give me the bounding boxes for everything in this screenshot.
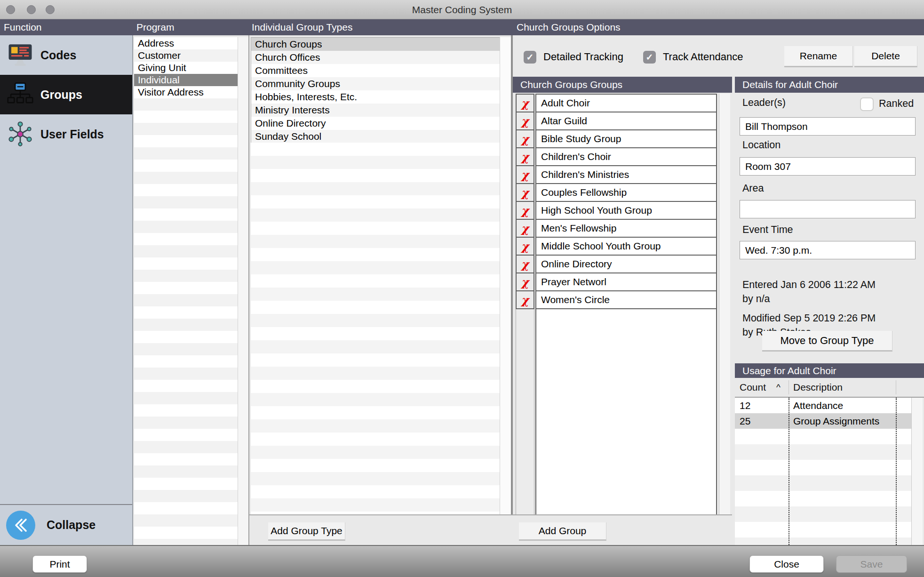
area-input[interactable] xyxy=(740,200,916,218)
program-row[interactable]: Giving Unit xyxy=(134,62,238,74)
group-type-row[interactable]: Church Offices xyxy=(251,51,500,64)
usage-row[interactable]: 25Group Assignments xyxy=(735,413,911,429)
group-name-cell[interactable]: Children's Ministries xyxy=(535,165,717,184)
ranked-label: Ranked xyxy=(879,98,914,110)
checkmark-icon: ✓ xyxy=(646,53,653,62)
group-name-cell[interactable]: Altar Guild xyxy=(535,112,717,130)
collapse-left-icon xyxy=(6,511,35,540)
program-list-empty-rows xyxy=(134,98,238,545)
program-column-header: Program xyxy=(136,19,175,35)
sidebar-item-groups[interactable]: Groups xyxy=(0,75,132,114)
add-group-type-button[interactable]: Add Group Type xyxy=(268,522,345,541)
usage-row[interactable]: 12Attendance xyxy=(735,398,911,413)
group-type-row[interactable]: Ministry Interests xyxy=(251,104,500,117)
description-column-header[interactable]: Description xyxy=(793,378,843,397)
sidebar-item-label: Codes xyxy=(40,48,76,62)
group-row: χOnline Directory xyxy=(516,255,717,273)
program-row[interactable]: Address xyxy=(134,37,238,49)
options-column-header: Church Groups Options xyxy=(517,19,621,35)
count-column-header[interactable]: Count xyxy=(740,378,766,397)
group-type-row[interactable]: Community Groups xyxy=(251,77,500,90)
save-button[interactable]: Save xyxy=(836,555,907,573)
group-type-row[interactable]: Sunday School xyxy=(251,130,500,143)
usage-dotted-divider xyxy=(789,398,789,545)
group-types-column-header: Individual Group Types xyxy=(252,19,352,35)
user-fields-icon xyxy=(7,120,34,148)
window-title: Master Coding System xyxy=(0,0,924,19)
usage-count: 12 xyxy=(740,398,750,413)
group-type-row[interactable]: Church Groups xyxy=(251,38,500,51)
usage-panel-title: Usage for Adult Choir xyxy=(735,363,924,378)
usage-description: Group Assignments xyxy=(793,413,879,429)
options-checkbox-row: ✓Detailed Tracking✓Track Attendance xyxy=(524,49,763,65)
move-to-group-type-button[interactable]: Move to Group Type xyxy=(762,331,892,352)
group-type-row[interactable]: Online Directory xyxy=(251,117,500,130)
group-name-cell[interactable]: Online Directory xyxy=(535,255,717,273)
usage-scrollbar-track[interactable] xyxy=(911,398,923,545)
group-name-cell[interactable]: Couples Fellowship xyxy=(535,183,717,202)
delete-group-icon[interactable]: χ xyxy=(516,237,534,256)
group-type-row[interactable]: Committees xyxy=(251,64,500,77)
group-row: χBible Study Group xyxy=(516,129,717,148)
group-row: χAltar Guild xyxy=(516,112,717,130)
sort-ascending-icon[interactable]: ^ xyxy=(776,378,781,397)
program-row[interactable]: Customer xyxy=(134,49,238,62)
sidebar-item-user-fields[interactable]: User Fields xyxy=(0,114,132,154)
group-types-scrollbar-track[interactable] xyxy=(500,37,511,514)
groups-icon xyxy=(7,81,34,108)
detailed-tracking-checkbox[interactable]: ✓ xyxy=(524,51,536,64)
group-name-cell[interactable]: Men's Fellowship xyxy=(535,219,717,238)
group-row: χPrayer Networl xyxy=(516,272,717,291)
usage-table-rows: 12Attendance25Group Assignments xyxy=(735,398,911,429)
program-row[interactable]: Visitor Address xyxy=(134,86,238,98)
usage-description: Attendance xyxy=(793,398,843,413)
delete-group-icon[interactable]: χ xyxy=(516,201,534,220)
group-row: χChildren's Choir xyxy=(516,147,717,166)
print-button[interactable]: Print xyxy=(32,555,87,573)
group-name-cell[interactable]: High School Youth Group xyxy=(535,201,717,220)
group-row: χHigh School Youth Group xyxy=(516,201,717,220)
track-attendance-checkbox[interactable]: ✓ xyxy=(643,51,656,64)
sidebar-item-codes[interactable]: Codes xyxy=(0,35,132,75)
delete-group-icon[interactable]: χ xyxy=(516,129,534,148)
sidebar-item-label: User Fields xyxy=(40,128,104,141)
column-separator[interactable] xyxy=(789,380,789,394)
column-header-bar: Function Program Individual Group Types … xyxy=(0,19,924,35)
delete-group-icon[interactable]: χ xyxy=(516,94,534,112)
delete-button[interactable]: Delete xyxy=(854,46,917,67)
group-types-column-divider xyxy=(511,35,513,545)
group-name-cell[interactable]: Adult Choir xyxy=(535,94,717,112)
rename-button[interactable]: Rename xyxy=(784,46,853,67)
delete-group-icon[interactable]: χ xyxy=(516,255,534,273)
group-type-row[interactable]: Hobbies, Interests, Etc. xyxy=(251,90,500,104)
delete-group-icon[interactable]: χ xyxy=(516,183,534,202)
groups-scrollbar-track[interactable] xyxy=(719,94,730,514)
delete-group-icon[interactable]: χ xyxy=(516,165,534,184)
program-scrollbar-track[interactable] xyxy=(238,37,248,545)
add-group-button[interactable]: Add Group xyxy=(519,522,606,541)
title-bar: Master Coding System xyxy=(0,0,924,19)
usage-column-header-row: Count ^ Description xyxy=(735,378,924,398)
event-time-input[interactable] xyxy=(740,241,916,259)
sidebar-item-label: Groups xyxy=(40,88,82,102)
area-label: Area xyxy=(742,183,764,194)
group-name-cell[interactable]: Children's Choir xyxy=(535,147,717,166)
group-name-cell[interactable]: Women's Circle xyxy=(535,290,717,309)
group-name-cell[interactable]: Middle School Youth Group xyxy=(535,237,717,256)
leaders-input[interactable] xyxy=(740,117,916,136)
usage-dotted-divider xyxy=(896,398,897,545)
ranked-checkbox[interactable] xyxy=(860,97,874,111)
delete-group-icon[interactable]: χ xyxy=(516,272,534,291)
delete-group-icon[interactable]: χ xyxy=(516,290,534,309)
delete-group-icon[interactable]: χ xyxy=(516,147,534,166)
group-name-cell[interactable]: Prayer Networl xyxy=(535,272,717,291)
sidebar-collapse-button[interactable]: Collapse xyxy=(0,504,132,545)
delete-group-icon[interactable]: χ xyxy=(516,219,534,238)
program-row[interactable]: Individual xyxy=(134,74,238,86)
group-name-cell[interactable]: Bible Study Group xyxy=(535,129,717,148)
close-button[interactable]: Close xyxy=(749,555,824,573)
delete-group-icon[interactable]: χ xyxy=(516,112,534,130)
location-input[interactable] xyxy=(740,157,916,176)
column-separator[interactable] xyxy=(896,380,896,394)
checkbox-label: Track Attendance xyxy=(663,51,743,63)
